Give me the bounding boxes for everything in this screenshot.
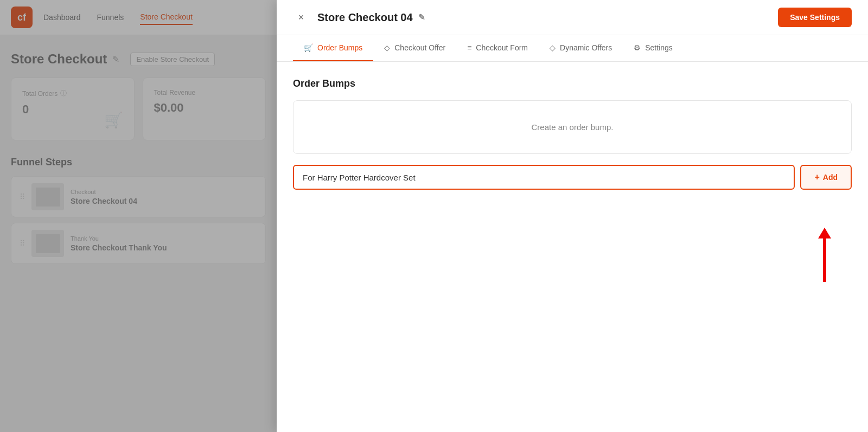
modal-title: Store Checkout 04 ✎	[317, 11, 778, 24]
form-tab-icon: ≡	[467, 43, 471, 52]
arrow-indicator	[818, 228, 831, 282]
tab-checkout-form[interactable]: ≡ Checkout Form	[456, 35, 539, 61]
close-button[interactable]: ×	[293, 9, 309, 25]
arrow-head	[818, 228, 831, 238]
modal-body: Order Bumps Create an order bump. + Add	[277, 62, 868, 432]
dynamic-tab-icon: ◇	[550, 43, 556, 52]
plus-icon: +	[814, 172, 819, 182]
modal-header: × Store Checkout 04 ✎ Save Settings	[277, 0, 868, 35]
modal-title-edit-icon[interactable]: ✎	[418, 12, 425, 22]
tab-dynamic-offers[interactable]: ◇ Dynamic Offers	[539, 35, 623, 61]
modal-tabs: 🛒 Order Bumps ◇ Checkout Offer ≡ Checkou…	[277, 35, 868, 62]
tab-order-bumps[interactable]: 🛒 Order Bumps	[293, 35, 373, 61]
tab-settings[interactable]: ⚙ Settings	[623, 35, 684, 61]
section-title: Order Bumps	[293, 78, 852, 89]
settings-tab-icon: ⚙	[634, 43, 641, 52]
empty-order-bumps-box: Create an order bump.	[293, 100, 852, 154]
overlay-backdrop	[0, 0, 277, 432]
modal-panel: × Store Checkout 04 ✎ Save Settings 🛒 Or…	[277, 0, 868, 432]
add-bump-row: + Add	[293, 165, 852, 190]
save-settings-button[interactable]: Save Settings	[778, 8, 852, 27]
add-bump-button[interactable]: + Add	[800, 165, 852, 190]
cart-tab-icon: 🛒	[304, 43, 313, 52]
bump-name-input[interactable]	[293, 165, 795, 190]
diamond-tab-icon: ◇	[384, 43, 390, 52]
tab-checkout-offer[interactable]: ◇ Checkout Offer	[373, 35, 456, 61]
arrow-shaft	[823, 238, 826, 282]
